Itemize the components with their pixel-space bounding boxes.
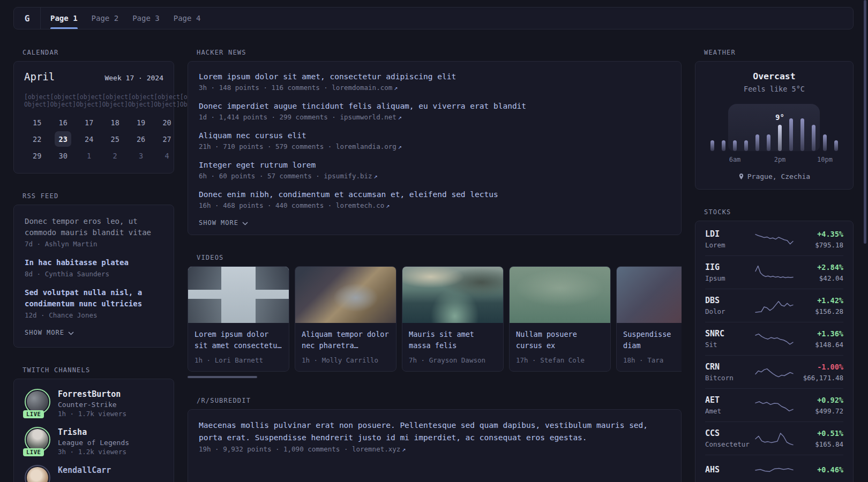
calendar-day: 3 [133, 148, 149, 163]
video-meta: 17h · Stefan Cole [516, 356, 604, 364]
calendar-day-header: [object Object] [128, 90, 154, 114]
external-link-icon[interactable]: ↗ [394, 84, 398, 92]
video-card[interactable]: Lorem ipsum dolor sit amet consectetu… 1… [188, 266, 289, 372]
hackernews-show-more-button[interactable]: SHOW MORE [199, 219, 670, 227]
nav-tab[interactable]: Page 2 [92, 7, 119, 29]
calendar-day: 24 [81, 131, 98, 147]
twitch-avatar-wrap: LIVE [25, 389, 50, 415]
nav-tab[interactable]: Page 4 [174, 7, 201, 29]
stocks-card: LDI Lorem +4.35% $795.18 [695, 221, 854, 482]
rss-item: Sed volutpat nulla nisl, a condimentum n… [25, 287, 163, 319]
stock-price: $66,171.48 [797, 374, 843, 382]
twitch-section-label: TWITCH CHANNELS [23, 366, 174, 374]
stock-row[interactable]: AET Amet +0.92% $499.72 [705, 388, 843, 421]
video-body: Suspendisse diam 18h · Tara [617, 323, 682, 371]
nav-tab[interactable]: Page 3 [132, 7, 160, 29]
hackernews-item-meta: 6h · 60 points · 57 comments · ipsumify.… [199, 172, 670, 180]
stock-price: $165.84 [797, 440, 843, 448]
rss-widget: RSS FEED Donec tempor eros leo, ut commo… [13, 192, 174, 348]
stock-name: Consectetur [705, 440, 751, 448]
page-scrollbar[interactable] [864, 0, 866, 244]
stock-values: +0.92% $499.72 [797, 395, 843, 415]
twitch-channel-name[interactable]: Trisha [58, 427, 129, 438]
hackernews-item-meta-text: 3h · 148 points · 116 comments · loremdo… [199, 84, 392, 92]
rss-item-title[interactable]: In hac habitasse platea [25, 257, 163, 268]
calendar-day: 16 [55, 115, 71, 130]
video-body: Mauris sit amet massa felis 7h · Grayson… [402, 323, 503, 371]
video-body: Nullam posuere cursus ex 17h · Stefan Co… [510, 323, 610, 371]
hackernews-item-title[interactable]: Integer eget rutrum lorem [199, 159, 670, 171]
external-link-icon[interactable]: ↗ [398, 143, 402, 150]
stock-change: +0.46% [797, 464, 843, 475]
video-title[interactable]: Suspendisse diam [623, 329, 682, 351]
rss-card: Donec tempor eros leo, ut commodo mauris… [13, 205, 174, 348]
stock-price: $156.28 [797, 307, 843, 315]
weather-bar: 10pm [823, 134, 827, 151]
hackernews-item-title[interactable]: Aliquam nec cursus elit [199, 130, 670, 141]
weather-bar [710, 140, 714, 151]
video-card[interactable]: Nullam posuere cursus ex 17h · Stefan Co… [509, 266, 611, 372]
hackernews-section-label: HACKER NEWS [197, 49, 682, 56]
weather-chart: 6am [710, 118, 838, 151]
external-link-icon[interactable]: ↗ [374, 172, 378, 180]
subreddit-post-title[interactable]: Maecenas mollis pulvinar erat non posuer… [199, 419, 670, 444]
stock-row[interactable]: AHS +0.46% [705, 455, 843, 482]
external-link-icon[interactable]: ↗ [398, 114, 402, 121]
video-card[interactable]: Suspendisse diam 18h · Tara [616, 266, 682, 372]
hackernews-item-title[interactable]: Donec imperdiet augue tincidunt felis al… [199, 100, 670, 112]
calendar-day: 29 [29, 148, 46, 163]
sparkline-chart [755, 461, 794, 479]
chevron-down-icon [242, 222, 248, 225]
videos-section-label: VIDEOS [197, 254, 682, 261]
videos-horizontal-scrollbar[interactable] [188, 376, 257, 378]
subreddit-post-meta: 19h · 9,932 points · 1,090 comments · lo… [199, 445, 670, 453]
video-card[interactable]: Aliquam tempor dolor nec pharetra… 1h · … [295, 266, 396, 372]
stock-symbol: AHS [705, 464, 751, 475]
video-title[interactable]: Lorem ipsum dolor sit amet consectetu… [194, 329, 282, 351]
hackernews-item-title[interactable]: Lorem ipsum dolor sit amet, consectetur … [199, 71, 670, 82]
twitch-channel[interactable]: LIVE Trisha League of Legends 3h · 1.2k … [25, 427, 163, 456]
rss-item-title[interactable]: Sed volutpat nulla nisl, a condimentum n… [25, 287, 163, 310]
hackernews-item-title[interactable]: Donec enim nibh, condimentum et accumsan… [199, 189, 670, 200]
stock-row[interactable]: DBS Dolor +1.42% $156.28 [705, 289, 843, 322]
weather-bars: 6am [710, 118, 838, 151]
twitch-card: LIVE ForrestBurton Counter-Strike 1h · 1… [13, 379, 174, 482]
weather-bar [812, 125, 815, 151]
video-card[interactable]: Mauris sit amet massa felis 7h · Grayson… [402, 266, 504, 372]
calendar-day: 18 [107, 115, 123, 130]
stock-price: $795.18 [797, 241, 843, 249]
sparkline-chart [755, 230, 794, 248]
video-title[interactable]: Nullam posuere cursus ex [516, 329, 604, 351]
rss-item: Donec tempor eros leo, ut commodo mauris… [25, 216, 163, 248]
video-meta: 18h · Tara [623, 356, 682, 364]
stock-row[interactable]: SNRC Sit +1.36% $148.64 [705, 322, 843, 355]
rss-item-title[interactable]: Donec tempor eros leo, ut commodo mauris… [25, 216, 163, 238]
stock-row[interactable]: CRN Bitcorn -1.00% $66,171.48 [705, 355, 843, 388]
weather-location-text: Prague, Czechia [747, 172, 810, 180]
app-logo[interactable]: G [14, 7, 41, 29]
rss-show-more-button[interactable]: SHOW MORE [25, 329, 163, 336]
video-body: Lorem ipsum dolor sit amet consectetu… 1… [188, 323, 289, 371]
calendar-day: 22 [29, 131, 46, 147]
stock-row[interactable]: LDI Lorem +4.35% $795.18 [705, 223, 843, 255]
twitch-channel-name[interactable]: KendallCarr [58, 465, 111, 476]
external-link-icon[interactable]: ↗ [386, 202, 390, 209]
stock-row[interactable]: IIG Ipsum +2.84% $42.04 [705, 255, 843, 289]
stock-values: +2.84% $42.04 [797, 262, 843, 282]
weather-time-label: 2pm [774, 156, 786, 163]
video-meta: 1h · Lori Barnett [194, 356, 282, 364]
stock-name: Sit [705, 341, 751, 349]
video-title[interactable]: Aliquam tempor dolor nec pharetra… [302, 329, 390, 351]
twitch-channel-name[interactable]: ForrestBurton [58, 389, 126, 400]
video-title[interactable]: Mauris sit amet massa felis [409, 329, 497, 351]
external-link-icon[interactable]: ↗ [402, 446, 406, 453]
calendar-day: 23 [55, 131, 71, 147]
calendar-day-header: [object Object] [76, 90, 102, 114]
stock-id: SNRC Sit [705, 328, 751, 349]
twitch-channel[interactable]: LIVE ForrestBurton Counter-Strike 1h · 1… [25, 389, 163, 418]
stock-name: Lorem [705, 241, 751, 249]
twitch-channel[interactable]: LIVE KendallCarr [25, 465, 163, 482]
nav-tab[interactable]: Page 1 [50, 7, 78, 29]
twitch-channel-game: League of Legends [58, 439, 129, 447]
stock-row[interactable]: CCS Consectetur +0.51% $165.84 [705, 421, 843, 455]
